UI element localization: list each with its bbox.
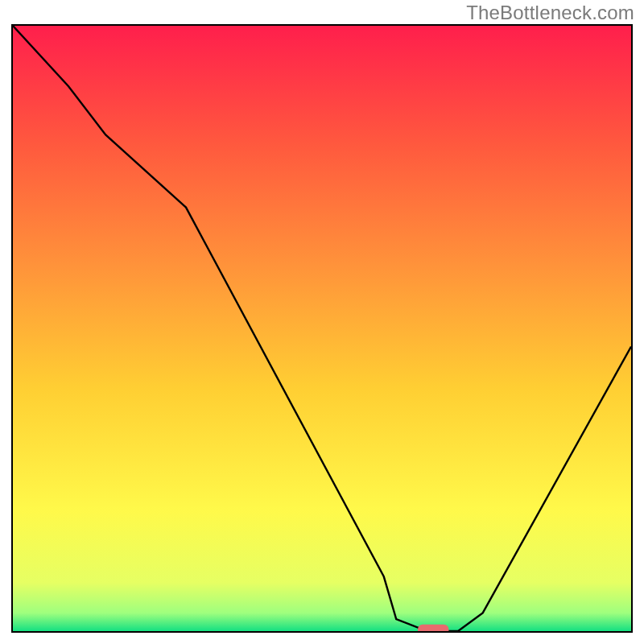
plot-area bbox=[13, 26, 631, 631]
chart-svg bbox=[13, 26, 631, 631]
gradient-background bbox=[13, 26, 631, 631]
watermark-text: TheBottleneck.com bbox=[466, 2, 634, 24]
indicator-pill bbox=[418, 625, 448, 631]
bottleneck-chart: TheBottleneck.com bbox=[0, 0, 644, 644]
plot-frame bbox=[11, 24, 633, 633]
